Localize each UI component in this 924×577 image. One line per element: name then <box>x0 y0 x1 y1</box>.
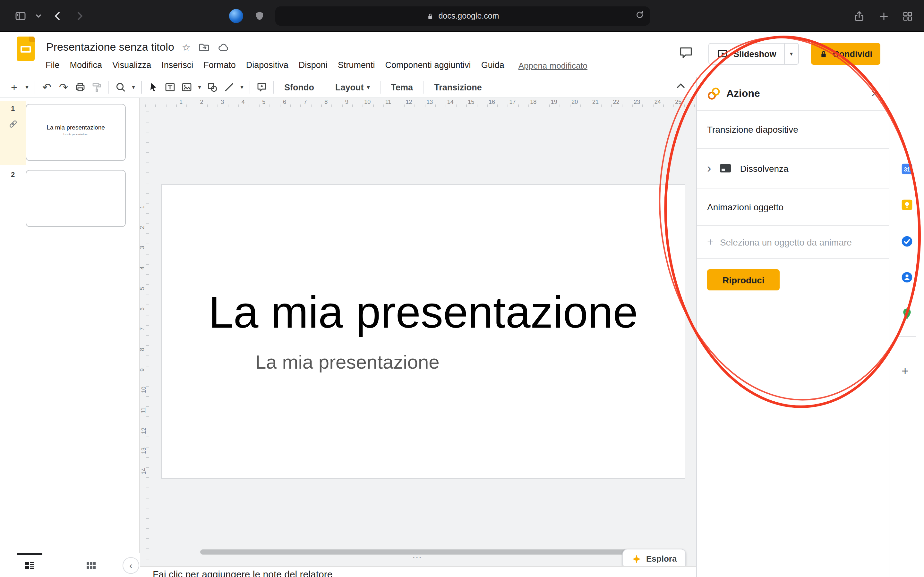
play-row: Riproduci <box>697 259 889 301</box>
star-icon[interactable]: ☆ <box>182 42 191 53</box>
separator <box>380 81 381 93</box>
h-ruler-number: 21 <box>592 99 599 105</box>
play-button[interactable]: Riproduci <box>707 269 780 290</box>
slide-title-text[interactable]: La mia presentazione <box>162 287 685 338</box>
h-ruler-number: 16 <box>489 99 495 105</box>
new-tab-icon[interactable] <box>876 8 891 24</box>
slide-2-number[interactable]: 2 <box>0 171 26 178</box>
chevron-down-icon[interactable] <box>31 8 46 24</box>
h-ruler-number: 4 <box>242 99 245 105</box>
h-ruler-number: 23 <box>634 99 640 105</box>
transition-button[interactable]: Transizione <box>428 79 488 95</box>
get-addons-icon[interactable]: + <box>901 364 909 378</box>
transition-row[interactable]: › Dissolvenza <box>697 149 889 189</box>
app-header: Presentazione senza titolo ☆ FileModific… <box>0 32 924 77</box>
menu-inserisci[interactable]: Inserisci <box>156 58 198 73</box>
h-ruler-number: 24 <box>654 99 661 105</box>
h-ruler-number: 3 <box>221 99 224 105</box>
slideshow-button[interactable]: Slideshow ▾ <box>708 43 799 65</box>
menubar: FileModificaVisualizzaInserisciFormatoDi… <box>40 58 509 73</box>
insert-line-button[interactable] <box>221 79 237 95</box>
move-folder-icon[interactable] <box>198 42 210 53</box>
explore-button[interactable]: Esplora <box>622 549 686 569</box>
menu-file[interactable]: File <box>40 58 65 73</box>
menu-disponi[interactable]: Disponi <box>294 58 333 73</box>
zoom-button[interactable] <box>113 79 128 95</box>
last-edit-link[interactable]: Appena modificato <box>519 61 588 70</box>
expand-transition-icon[interactable]: › <box>707 162 711 174</box>
line-caret[interactable]: ▾ <box>238 79 246 95</box>
speaker-notes[interactable]: Fai clic per aggiungere le note del rela… <box>140 566 696 577</box>
calendar-icon[interactable]: 31 <box>900 162 914 176</box>
print-button[interactable] <box>73 79 88 95</box>
add-animation-row[interactable]: + Seleziona un oggetto da animare <box>697 226 889 259</box>
comment-history-icon[interactable] <box>679 45 693 60</box>
share-icon[interactable] <box>851 8 867 24</box>
v-ruler-number: 8 <box>139 348 145 351</box>
menu-strumenti[interactable]: Strumenti <box>333 58 380 73</box>
tab-overview-icon[interactable] <box>900 8 915 24</box>
v-ruler-number: 14 <box>141 468 147 474</box>
slide-1-thumbnail[interactable]: La mia presentazione La mia presentazion… <box>26 104 126 161</box>
keep-icon[interactable] <box>900 198 914 211</box>
select-tool-button[interactable] <box>145 79 161 95</box>
slide-2-thumbnail[interactable] <box>26 170 126 227</box>
extension-icon[interactable] <box>229 9 243 23</box>
share-button[interactable]: Condividi <box>811 43 880 65</box>
menu-diapositiva[interactable]: Diapositiva <box>241 58 294 73</box>
tasks-icon[interactable] <box>900 235 914 248</box>
background-button[interactable]: Sfondo <box>278 79 320 95</box>
lock-icon <box>819 49 829 59</box>
menu-visualizza[interactable]: Visualizza <box>107 58 156 73</box>
filmstrip-view-icon[interactable] <box>24 560 35 571</box>
slide-canvas[interactable]: La mia presentazione La mia presentazion… <box>161 184 685 479</box>
v-ruler-number: 5 <box>139 287 145 290</box>
sidebar-toggle-icon[interactable] <box>13 8 28 24</box>
caret-down-icon: ▾ <box>367 84 370 90</box>
menu-componenti-aggiuntivi[interactable]: Componenti aggiuntivi <box>380 58 476 73</box>
new-slide-button[interactable]: + <box>6 79 22 95</box>
object-animations-section[interactable]: Animazioni oggetto <box>697 189 889 226</box>
layout-button[interactable]: Layout▾ <box>329 79 376 95</box>
maps-icon[interactable] <box>900 307 914 321</box>
insert-image-button[interactable] <box>179 79 194 95</box>
toolbar: + ▾ ↶ ↷ ▾ ▾ ▾ <box>0 77 696 98</box>
menu-guida[interactable]: Guida <box>476 58 509 73</box>
v-ruler-number: 10 <box>141 387 147 393</box>
menu-formato[interactable]: Formato <box>198 58 241 73</box>
insert-comment-button[interactable] <box>254 79 270 95</box>
cloud-status-icon[interactable] <box>218 42 229 53</box>
collapse-toolbar-icon[interactable] <box>674 79 687 92</box>
back-icon[interactable] <box>50 8 65 24</box>
collapse-filmstrip-button[interactable]: ‹ <box>123 557 139 574</box>
new-slide-caret[interactable]: ▾ <box>23 79 31 95</box>
text-box-button[interactable] <box>162 79 178 95</box>
document-title[interactable]: Presentazione senza titolo <box>46 41 174 54</box>
slide-transition-label: Transizione diapositive <box>707 124 798 135</box>
v-ruler-number: 3 <box>139 246 145 250</box>
paint-format-button[interactable] <box>89 79 105 95</box>
contacts-icon[interactable] <box>900 271 914 284</box>
close-panel-icon[interactable]: ✕ <box>871 89 879 99</box>
undo-button[interactable]: ↶ <box>39 79 55 95</box>
v-ruler-number: 1 <box>139 205 145 209</box>
image-caret[interactable]: ▾ <box>196 79 204 95</box>
slide-transition-section[interactable]: Transizione diapositive <box>697 111 889 149</box>
shield-icon[interactable] <box>252 8 267 24</box>
thumbnail-title: La mia presentazione <box>26 124 125 131</box>
slides-logo-icon[interactable] <box>17 37 35 61</box>
grid-view-icon[interactable] <box>86 560 97 571</box>
zoom-caret[interactable]: ▾ <box>129 79 137 95</box>
insert-shape-button[interactable] <box>205 79 220 95</box>
url-bar[interactable]: docs.google.com <box>275 6 650 26</box>
redo-button[interactable]: ↷ <box>56 79 71 95</box>
slideshow-caret[interactable]: ▾ <box>784 44 798 64</box>
slide-subtitle-text[interactable]: La mia presentazione <box>255 351 439 373</box>
notes-splitter-handle[interactable]: ⋯ <box>407 553 427 562</box>
theme-button[interactable]: Tema <box>384 79 420 95</box>
transition-label: Transizione <box>434 82 482 92</box>
slide-1-number[interactable]: 1 <box>0 105 26 112</box>
v-ruler-number: 13 <box>141 448 147 454</box>
menu-modifica[interactable]: Modifica <box>65 58 107 73</box>
reload-icon[interactable] <box>635 10 645 20</box>
